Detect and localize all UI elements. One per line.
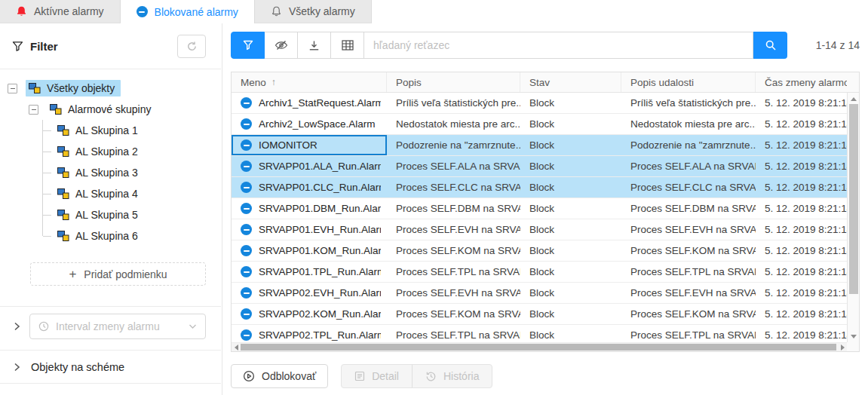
cell-cas: 5. 12. 2019 8:21:14 xyxy=(756,325,847,342)
interval-section: Interval zmeny alarmu xyxy=(14,314,206,339)
scroll-left-arrow[interactable] xyxy=(232,343,241,351)
horizontal-scroll-thumb[interactable] xyxy=(241,344,836,351)
tree-item[interactable]: Všetky objekty xyxy=(0,78,221,99)
detail-label: Detail xyxy=(372,370,399,382)
tree-item-label: Všetky objekty xyxy=(47,82,115,94)
refresh-filter-button[interactable] xyxy=(177,35,206,58)
search-toolbar: 1-14 z 14 xyxy=(231,32,860,59)
table-row[interactable]: SRVAPP02.TPL_Run.Alarm Proces SELF.TPL n… xyxy=(232,325,847,342)
table-row[interactable]: SRVAPP02.EVH_Run.Alarm Proces SELF.EVH n… xyxy=(232,283,847,304)
detail-button: Detail xyxy=(342,365,412,387)
table-row[interactable]: SRVAPP01.EVH_Run.Alarm Proces SELF.EVH n… xyxy=(232,219,847,240)
object-group-icon xyxy=(57,145,70,158)
tree-connector xyxy=(38,204,54,225)
tree-item[interactable]: AL Skupina 2 xyxy=(0,141,221,162)
column-header-popis[interactable]: Popis xyxy=(387,72,520,92)
table-row[interactable]: Archiv1_StatRequest.Alarm Príliš veľa št… xyxy=(232,93,847,114)
objects-on-scheme-section[interactable]: Objekty na schéme xyxy=(14,351,206,383)
tab-bar: Aktívne alarmy Blokované alarmy Všetky a… xyxy=(0,0,868,23)
blocked-minus-icon xyxy=(241,118,252,130)
add-condition-label: Pridať podmienku xyxy=(84,268,167,280)
column-header-popis-udalosti[interactable]: Popis udalosti xyxy=(621,72,756,92)
tree-item-label: Alarmové skupiny xyxy=(68,103,152,115)
table-header: Meno ↑ Popis Stav Popis udalosti Čas zme… xyxy=(232,72,859,93)
column-header-cas[interactable]: Čas zmeny alarmovej xyxy=(756,72,847,92)
tab-label: Blokované alarmy xyxy=(155,6,238,18)
blocked-minus-icon xyxy=(241,287,252,299)
tree-collapse-toggle[interactable] xyxy=(29,105,38,115)
scroll-right-arrow[interactable] xyxy=(838,343,847,351)
search-input[interactable] xyxy=(363,32,753,59)
cell-popis: Príliš veľa štatistických pre... xyxy=(387,93,520,113)
tree-connector xyxy=(38,120,54,141)
minus-circle-icon xyxy=(136,6,148,17)
cell-popis: Proces SELF.EVH na SRVAP... xyxy=(387,283,520,303)
history-clock-icon xyxy=(425,371,437,382)
add-condition-button[interactable]: + Pridať podmienku xyxy=(30,262,206,286)
chevron-down-icon xyxy=(189,323,197,329)
tab-all-alarms[interactable]: Všetky alarmy xyxy=(255,0,372,23)
detail-history-group: Detail História xyxy=(341,364,492,388)
table-row[interactable]: SRVAPP01.TPL_Run.Alarm Proces SELF.TPL n… xyxy=(232,262,847,283)
search-button[interactable] xyxy=(753,32,787,59)
result-range-label: 1-14 z 14 xyxy=(798,39,860,51)
tree-item[interactable]: AL Skupina 5 xyxy=(0,204,221,225)
interval-placeholder: Interval zmeny alarmu xyxy=(56,320,182,332)
table-row[interactable]: SRVAPP01.CLC_Run.Alarm Proces SELF.CLC n… xyxy=(232,177,847,198)
unblock-button[interactable]: Odblokovať xyxy=(231,364,328,388)
scroll-down-arrow[interactable] xyxy=(848,331,859,341)
vertical-scrollbar[interactable] xyxy=(847,93,859,342)
cell-meno: IOMONITOR xyxy=(232,135,387,155)
tab-active-alarms[interactable]: Aktívne alarmy xyxy=(0,0,121,23)
scroll-up-arrow[interactable] xyxy=(848,93,859,104)
row-name: SRVAPP01.EVH_Run.Alarm xyxy=(259,224,381,235)
table-row[interactable]: SRVAPP01.ALA_Run.Alarm Proces SELF.ALA n… xyxy=(232,156,847,177)
column-header-stav[interactable]: Stav xyxy=(520,72,621,92)
funnel-icon xyxy=(12,41,23,52)
horizontal-scrollbar[interactable] xyxy=(232,342,847,351)
table-row[interactable]: SRVAPP01.DBM_Run.Alarm Proces SELF.DBM n… xyxy=(232,198,847,219)
filter-title-label: Filter xyxy=(30,40,58,53)
hide-columns-button[interactable] xyxy=(264,32,298,59)
cell-cas: 5. 12. 2019 8:21:14 xyxy=(756,304,847,324)
bell-filled-icon xyxy=(16,5,27,17)
blocked-minus-icon xyxy=(241,224,252,235)
column-header-meno[interactable]: Meno ↑ xyxy=(232,72,387,92)
chevron-right-icon[interactable] xyxy=(14,322,20,331)
tree-item[interactable]: AL Skupina 6 xyxy=(0,225,221,246)
object-group-icon xyxy=(57,209,70,221)
cell-popis: Nedostatok miesta pre arc... xyxy=(387,114,520,134)
cell-cas: 5. 12. 2019 8:21:14 xyxy=(756,114,847,134)
tree-item[interactable]: AL Skupina 3 xyxy=(0,162,221,183)
tab-label: Aktívne alarmy xyxy=(34,5,104,17)
table-row[interactable]: SRVAPP02.KOM_Run.Alarm Proces SELF.KOM n… xyxy=(232,304,847,325)
cell-cas: 5. 12. 2019 8:21:14 xyxy=(756,262,847,282)
cell-popis: Proces SELF.TPL na SRVAP... xyxy=(387,325,520,342)
object-group-icon xyxy=(57,230,70,242)
vertical-scroll-thumb[interactable] xyxy=(849,104,858,294)
tree-item[interactable]: AL Skupina 4 xyxy=(0,183,221,204)
cell-cas: 5. 12. 2019 8:21:14 xyxy=(756,219,847,240)
cell-stav: Block xyxy=(520,114,621,134)
tree-item[interactable]: Alarmové skupiny xyxy=(0,99,221,120)
interval-select[interactable]: Interval zmeny alarmu xyxy=(29,314,206,339)
tab-blocked-alarms[interactable]: Blokované alarmy xyxy=(121,0,255,23)
cell-meno: SRVAPP01.EVH_Run.Alarm xyxy=(232,219,387,240)
blocked-minus-icon xyxy=(241,182,252,193)
row-name: SRVAPP01.DBM_Run.Alarm xyxy=(259,203,381,214)
filter-toggle-button[interactable] xyxy=(231,32,265,59)
cell-cas: 5. 12. 2019 8:21:14 xyxy=(756,156,847,176)
cell-meno: SRVAPP02.KOM_Run.Alarm xyxy=(232,304,387,324)
table-row[interactable]: IOMONITOR Podozrenie na "zamrznute... Bl… xyxy=(232,135,847,156)
object-group-icon xyxy=(57,167,70,179)
table-columns-button[interactable] xyxy=(330,32,364,59)
plus-icon: + xyxy=(69,268,76,280)
download-export-button[interactable] xyxy=(297,32,331,59)
cell-stav: Block xyxy=(520,283,621,303)
chevron-right-icon xyxy=(14,363,20,372)
tree-item[interactable]: AL Skupina 1 xyxy=(0,120,221,141)
table-row[interactable]: SRVAPP01.KOM_Run.Alarm Proces SELF.KOM n… xyxy=(232,240,847,262)
tree-collapse-toggle[interactable] xyxy=(8,84,17,93)
table-row[interactable]: Archiv2_LowSpace.Alarm Nedostatok miesta… xyxy=(232,114,847,135)
clock-icon xyxy=(38,321,49,332)
